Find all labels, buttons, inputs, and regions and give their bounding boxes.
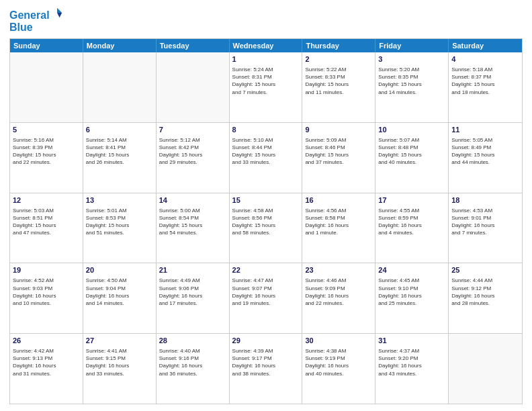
weekday-header: Monday — [83, 39, 157, 52]
day-info: Sunrise: 4:47 AM Sunset: 9:07 PM Dayligh… — [232, 277, 300, 307]
svg-marker-0 — [57, 8, 62, 13]
calendar-cell: 28Sunrise: 4:40 AM Sunset: 9:16 PM Dayli… — [157, 334, 230, 404]
page: GeneralBlue SundayMondayTuesdayWednesday… — [0, 0, 532, 411]
day-info: Sunrise: 4:44 AM Sunset: 9:12 PM Dayligh… — [451, 277, 519, 307]
calendar-cell: 9Sunrise: 5:09 AM Sunset: 8:46 PM Daylig… — [302, 123, 375, 193]
calendar-cell: 8Sunrise: 5:10 AM Sunset: 8:44 PM Daylig… — [230, 123, 303, 193]
day-info: Sunrise: 5:10 AM Sunset: 8:44 PM Dayligh… — [232, 136, 300, 167]
calendar-cell: 12Sunrise: 5:03 AM Sunset: 8:51 PM Dayli… — [10, 193, 83, 263]
day-number: 28 — [159, 336, 226, 346]
day-number: 1 — [232, 54, 300, 64]
logo-general: General — [9, 9, 50, 21]
day-info: Sunrise: 4:41 AM Sunset: 9:15 PM Dayligh… — [86, 347, 153, 377]
calendar-cell: 22Sunrise: 4:47 AM Sunset: 9:07 PM Dayli… — [230, 263, 303, 333]
day-info: Sunrise: 5:01 AM Sunset: 8:53 PM Dayligh… — [86, 207, 153, 237]
svg-marker-1 — [57, 13, 62, 17]
calendar-cell: 13Sunrise: 5:01 AM Sunset: 8:53 PM Dayli… — [83, 193, 157, 263]
calendar-cell: 24Sunrise: 4:45 AM Sunset: 9:10 PM Dayli… — [375, 263, 449, 333]
day-info: Sunrise: 5:18 AM Sunset: 8:37 PM Dayligh… — [451, 66, 519, 96]
day-number: 17 — [378, 195, 445, 205]
day-number: 22 — [232, 265, 300, 275]
calendar-cell — [157, 52, 230, 122]
day-number: 6 — [86, 125, 153, 135]
calendar-cell: 20Sunrise: 4:50 AM Sunset: 9:04 PM Dayli… — [83, 263, 157, 333]
day-info: Sunrise: 4:38 AM Sunset: 9:19 PM Dayligh… — [305, 347, 372, 377]
calendar-cell — [449, 334, 522, 404]
day-number: 26 — [13, 336, 80, 346]
calendar-cell: 15Sunrise: 4:58 AM Sunset: 8:56 PM Dayli… — [230, 193, 303, 263]
day-info: Sunrise: 4:40 AM Sunset: 9:16 PM Dayligh… — [159, 347, 226, 377]
day-number: 27 — [86, 336, 153, 346]
calendar-cell: 3Sunrise: 5:20 AM Sunset: 8:35 PM Daylig… — [375, 52, 449, 122]
day-info: Sunrise: 5:16 AM Sunset: 8:39 PM Dayligh… — [13, 136, 80, 167]
weekday-header: Friday — [375, 39, 449, 52]
calendar-header: SundayMondayTuesdayWednesdayThursdayFrid… — [10, 39, 522, 52]
calendar-body: 1Sunrise: 5:24 AM Sunset: 8:31 PM Daylig… — [10, 52, 522, 404]
calendar-cell: 10Sunrise: 5:07 AM Sunset: 8:48 PM Dayli… — [375, 123, 449, 193]
calendar-cell: 29Sunrise: 4:39 AM Sunset: 9:17 PM Dayli… — [230, 334, 303, 404]
calendar-cell: 1Sunrise: 5:24 AM Sunset: 8:31 PM Daylig… — [230, 52, 303, 122]
header: GeneralBlue — [9, 7, 523, 33]
weekday-header: Saturday — [449, 39, 522, 52]
calendar-cell: 2Sunrise: 5:22 AM Sunset: 8:33 PM Daylig… — [302, 52, 375, 122]
day-info: Sunrise: 4:56 AM Sunset: 8:58 PM Dayligh… — [305, 207, 372, 237]
calendar-cell: 4Sunrise: 5:18 AM Sunset: 8:37 PM Daylig… — [449, 52, 522, 122]
calendar-cell: 7Sunrise: 5:12 AM Sunset: 8:42 PM Daylig… — [157, 123, 230, 193]
calendar-cell — [10, 52, 83, 122]
day-number: 24 — [378, 265, 445, 275]
day-number: 13 — [86, 195, 153, 205]
calendar-cell: 31Sunrise: 4:37 AM Sunset: 9:20 PM Dayli… — [375, 334, 449, 404]
day-info: Sunrise: 4:37 AM Sunset: 9:20 PM Dayligh… — [378, 347, 445, 377]
logo-blue: Blue — [9, 21, 33, 33]
weekday-header: Tuesday — [157, 39, 230, 52]
calendar-row: 1Sunrise: 5:24 AM Sunset: 8:31 PM Daylig… — [10, 52, 522, 123]
day-number: 4 — [451, 54, 519, 64]
weekday-header: Wednesday — [230, 39, 303, 52]
calendar-cell: 5Sunrise: 5:16 AM Sunset: 8:39 PM Daylig… — [10, 123, 83, 193]
day-info: Sunrise: 4:55 AM Sunset: 8:59 PM Dayligh… — [378, 207, 445, 237]
day-number: 8 — [232, 125, 300, 135]
day-number: 31 — [378, 336, 445, 346]
day-info: Sunrise: 4:45 AM Sunset: 9:10 PM Dayligh… — [378, 277, 445, 307]
day-number: 14 — [159, 195, 226, 205]
day-info: Sunrise: 4:39 AM Sunset: 9:17 PM Dayligh… — [232, 347, 300, 377]
weekday-header: Thursday — [302, 39, 375, 52]
day-number: 20 — [86, 265, 153, 275]
calendar-row: 19Sunrise: 4:52 AM Sunset: 9:03 PM Dayli… — [10, 263, 522, 334]
day-info: Sunrise: 5:03 AM Sunset: 8:51 PM Dayligh… — [13, 207, 80, 237]
calendar-cell: 19Sunrise: 4:52 AM Sunset: 9:03 PM Dayli… — [10, 263, 83, 333]
day-info: Sunrise: 4:42 AM Sunset: 9:13 PM Dayligh… — [13, 347, 80, 377]
day-info: Sunrise: 5:14 AM Sunset: 8:41 PM Dayligh… — [86, 136, 153, 167]
day-number: 25 — [451, 265, 519, 275]
logo: GeneralBlue — [9, 7, 63, 33]
day-info: Sunrise: 5:12 AM Sunset: 8:42 PM Dayligh… — [159, 136, 226, 167]
calendar-cell: 30Sunrise: 4:38 AM Sunset: 9:19 PM Dayli… — [302, 334, 375, 404]
day-number: 30 — [305, 336, 372, 346]
day-number: 7 — [159, 125, 226, 135]
day-number: 5 — [13, 125, 80, 135]
day-number: 16 — [305, 195, 372, 205]
calendar-cell: 14Sunrise: 5:00 AM Sunset: 8:54 PM Dayli… — [157, 193, 230, 263]
day-number: 3 — [378, 54, 445, 64]
day-number: 9 — [305, 125, 372, 135]
day-info: Sunrise: 4:46 AM Sunset: 9:09 PM Dayligh… — [305, 277, 372, 307]
day-number: 15 — [232, 195, 300, 205]
day-number: 19 — [13, 265, 80, 275]
day-info: Sunrise: 5:22 AM Sunset: 8:33 PM Dayligh… — [305, 66, 372, 96]
calendar-cell: 11Sunrise: 5:05 AM Sunset: 8:49 PM Dayli… — [449, 123, 522, 193]
day-info: Sunrise: 4:52 AM Sunset: 9:03 PM Dayligh… — [13, 277, 80, 307]
calendar-row: 5Sunrise: 5:16 AM Sunset: 8:39 PM Daylig… — [10, 123, 522, 193]
day-info: Sunrise: 4:58 AM Sunset: 8:56 PM Dayligh… — [232, 207, 300, 237]
day-info: Sunrise: 5:05 AM Sunset: 8:49 PM Dayligh… — [451, 136, 519, 167]
day-info: Sunrise: 4:53 AM Sunset: 9:01 PM Dayligh… — [451, 207, 519, 237]
calendar-cell: 16Sunrise: 4:56 AM Sunset: 8:58 PM Dayli… — [302, 193, 375, 263]
day-number: 10 — [378, 125, 445, 135]
day-number: 12 — [13, 195, 80, 205]
day-number: 23 — [305, 265, 372, 275]
day-number: 29 — [232, 336, 300, 346]
day-number: 11 — [451, 125, 519, 135]
day-number: 18 — [451, 195, 519, 205]
day-info: Sunrise: 5:00 AM Sunset: 8:54 PM Dayligh… — [159, 207, 226, 237]
calendar: SundayMondayTuesdayWednesdayThursdayFrid… — [9, 38, 523, 404]
calendar-cell: 6Sunrise: 5:14 AM Sunset: 8:41 PM Daylig… — [83, 123, 157, 193]
